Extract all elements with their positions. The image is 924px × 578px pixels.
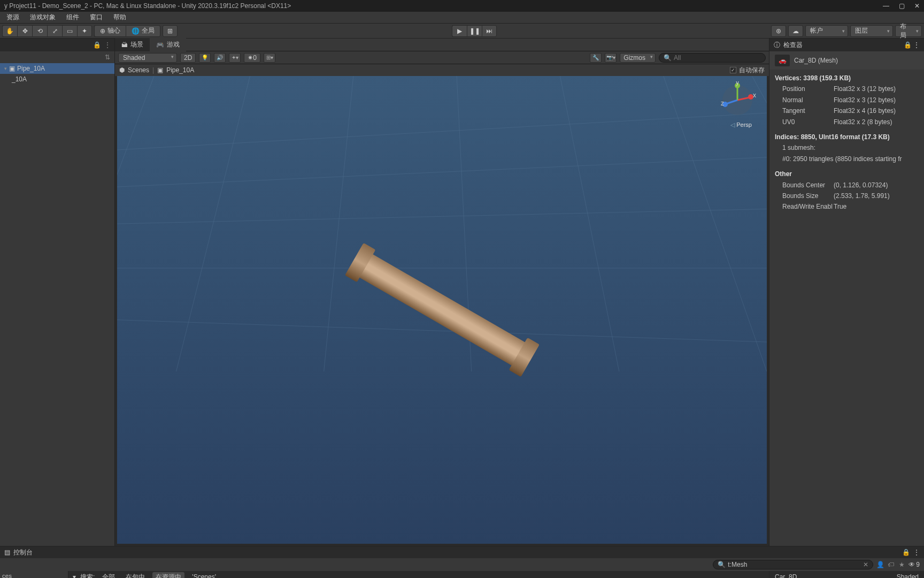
layout-dropdown[interactable]: 布局 — [895, 25, 922, 37]
pause-button[interactable]: ❚❚ — [467, 25, 482, 37]
tools-icon[interactable]: 🔧 — [590, 53, 602, 63]
scale-tool-button[interactable]: ⤢ — [47, 25, 62, 37]
projection-label[interactable]: Persp — [730, 121, 752, 128]
layers-dropdown[interactable]: 图层 — [850, 25, 893, 37]
menu-component[interactable]: 组件 — [63, 12, 82, 23]
hierarchy-panel: 🔒 ⋮ ⇅ ▾ ▣ Pipe_10A _10A — [0, 39, 115, 546]
menu-gameobject[interactable]: 游戏对象 — [27, 12, 59, 23]
global-button[interactable]: 🌐 全局 — [126, 25, 160, 37]
grid-floor — [117, 76, 767, 371]
grid-toggle[interactable]: ⊞▾ — [264, 53, 275, 63]
svg-text:z: z — [721, 100, 724, 107]
scene-search-input[interactable]: 🔍 All — [659, 53, 766, 63]
search-icon: 🔍 — [664, 54, 672, 62]
hidden-toggle[interactable]: ✷0 — [244, 53, 260, 63]
filter-type-icon[interactable]: 👤 — [876, 561, 884, 568]
snap-button[interactable]: ⊞ — [163, 25, 178, 37]
search-icon: 🔍 — [718, 561, 726, 568]
axis-gizmo[interactable]: y x z — [719, 81, 756, 119]
cloud-button[interactable]: ☁ — [788, 25, 803, 37]
cube-icon: ▣ — [157, 66, 163, 74]
hierarchy-child-item[interactable]: _10A — [0, 74, 114, 85]
rotate-tool-button[interactable]: ⟲ — [32, 25, 47, 37]
rect-tool-button[interactable]: ▭ — [62, 25, 77, 37]
console-tab-label[interactable]: 控制台 — [13, 548, 33, 557]
scene-tab[interactable]: 🏔 场景 — [115, 38, 150, 51]
main-toolbar: ✋ ✥ ⟲ ⤢ ▭ ✦ ⊕ 轴心 🌐 全局 ⊞ ▶ ❚❚ ⏭ ⊛ ☁ 帐户 图层… — [0, 24, 924, 39]
menu-help[interactable]: 帮助 — [110, 12, 129, 23]
project-tree[interactable]: ces aterials odels refabs s n Vehicles i… — [0, 571, 68, 578]
svg-line-11 — [664, 76, 767, 371]
hierarchy-root-label: Pipe_10A — [17, 65, 45, 72]
2d-toggle[interactable]: 2D — [180, 53, 196, 63]
cube-icon: ▣ — [9, 65, 15, 72]
hierarchy-child-label: _10A — [12, 75, 27, 83]
menu-assets[interactable]: 资源 — [3, 12, 22, 23]
filter-all[interactable]: 全部 — [99, 572, 118, 579]
filter-scenes[interactable]: 'Scenes' — [189, 573, 219, 578]
project-search-input[interactable]: 🔍 t:Mesh ✕ — [713, 560, 873, 569]
menubar: 资源 游戏对象 组件 窗口 帮助 — [0, 12, 924, 24]
filter-label-icon[interactable]: 🏷 — [887, 561, 895, 568]
menu-window[interactable]: 窗口 — [87, 12, 106, 23]
favorite-icon[interactable]: ★ — [898, 561, 905, 568]
preview-shading[interactable]: Shaded — [897, 573, 919, 578]
indices-header: Indices: 8850, UInt16 format (17.3 KB) — [775, 132, 919, 142]
inspector-tab-label[interactable]: 检查器 — [783, 41, 803, 50]
minimize-icon[interactable]: — — [883, 2, 889, 10]
other-header: Other — [775, 169, 919, 179]
svg-text:y: y — [736, 81, 739, 86]
scene-panel: 🏔 场景 🎮 游戏 Shaded 2D 💡 🔊 ✦▾ ✷0 ⊞▾ 🔧 📷▾ Gi… — [115, 39, 769, 546]
game-tab[interactable]: 🎮 游戏 — [150, 38, 186, 51]
lock-icon[interactable]: 🔒 ⋮ — [904, 41, 920, 49]
breadcrumb-current[interactable]: Pipe_10A — [166, 66, 194, 74]
gizmos-dropdown[interactable]: Gizmos — [620, 53, 656, 63]
window-title: y Project11 - Demo_Scene_2 - PC, Mac & L… — [4, 2, 883, 10]
transform-tool-button[interactable]: ✦ — [77, 25, 92, 37]
clear-search-icon[interactable]: ✕ — [863, 561, 868, 568]
svg-line-2 — [117, 209, 767, 224]
breadcrumb-scenes[interactable]: Scenes — [128, 66, 149, 74]
info-icon: ⓘ — [774, 41, 780, 50]
lighting-toggle[interactable]: 💡 — [199, 53, 211, 63]
pivot-button[interactable]: ⊕ 轴心 — [94, 25, 126, 37]
unity-icon: ⬢ — [119, 66, 125, 74]
inspector-title: Car_8D (Mesh) — [794, 57, 838, 64]
collab-button[interactable]: ⊛ — [771, 25, 786, 37]
scene-viewport[interactable]: y x z Persp — [117, 76, 767, 544]
titlebar: y Project11 - Demo_Scene_2 - PC, Mac & L… — [0, 0, 924, 12]
svg-line-7 — [176, 76, 250, 371]
hierarchy-root-item[interactable]: ▾ ▣ Pipe_10A — [0, 63, 114, 74]
svg-line-0 — [117, 113, 767, 150]
console-icon: ▤ — [4, 549, 10, 556]
panel-lock-icon[interactable]: 🔒 — [902, 549, 910, 556]
lock-icon[interactable]: 🔒 — [93, 41, 101, 49]
camera-icon[interactable]: 📷▾ — [605, 53, 617, 63]
asset-preview-panel: Car_8D Shaded Car 8D 3398 Vertices, 2950… — [769, 571, 924, 578]
caret-icon: ▾ — [4, 66, 7, 71]
shading-dropdown[interactable]: Shaded — [118, 53, 177, 63]
game-icon: 🎮 — [156, 41, 164, 49]
menu-icon[interactable]: ⋮ — [104, 41, 111, 49]
filter-in-assets[interactable]: 在资源中 — [152, 572, 184, 579]
hidden-count-icon[interactable]: 👁9 — [908, 561, 920, 568]
filter-in-packages[interactable]: 在包中 — [122, 572, 148, 579]
account-dropdown[interactable]: 帐户 — [805, 25, 848, 37]
play-button[interactable]: ▶ — [452, 25, 467, 37]
maximize-icon[interactable]: ▢ — [899, 2, 905, 10]
preview-name: Car_8D — [775, 573, 797, 578]
mesh-icon: 🚗 — [775, 55, 790, 66]
autosave-checkbox[interactable]: ✓ — [730, 67, 736, 73]
panel-menu-icon[interactable]: ⋮ — [913, 549, 920, 556]
svg-line-10 — [560, 76, 619, 371]
close-icon[interactable]: ✕ — [914, 2, 920, 10]
audio-toggle[interactable]: 🔊 — [214, 53, 226, 63]
scene-icon: 🏔 — [121, 41, 128, 49]
inspector-panel: ⓘ 检查器 🔒 ⋮ 🚗 Car_8D (Mesh) Vertices: 3398… — [769, 39, 924, 546]
move-tool-button[interactable]: ✥ — [17, 25, 32, 37]
hierarchy-sort-icon[interactable]: ⇅ — [104, 54, 111, 61]
hand-tool-button[interactable]: ✋ — [2, 25, 17, 37]
caret-icon[interactable]: ▾ — [73, 573, 76, 578]
fx-toggle[interactable]: ✦▾ — [229, 53, 241, 63]
step-button[interactable]: ⏭ — [482, 25, 497, 37]
